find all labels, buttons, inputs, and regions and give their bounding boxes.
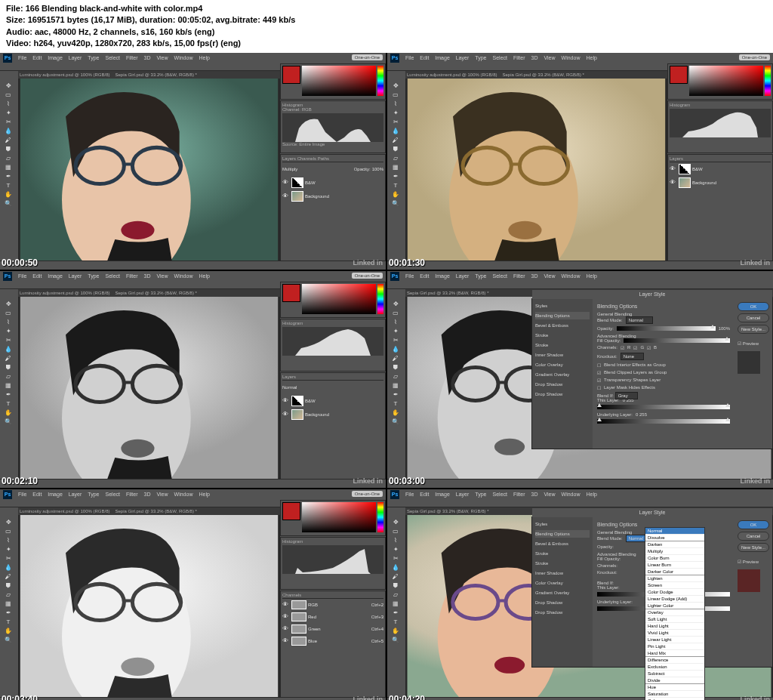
portrait-image-bw [18, 297, 280, 479]
brush-tool[interactable]: 🖌 [0, 136, 17, 144]
histogram-chart [282, 113, 383, 142]
layer-thumb [291, 191, 303, 202]
pen-tool[interactable]: ✒ [0, 172, 17, 180]
timestamp: 00:02:10 [2, 476, 38, 486]
svg-point-35 [494, 656, 525, 673]
tool-panel[interactable]: ✥▭⌇✦✂💧🖌⛊▱▦✒T✋🔍 [387, 289, 405, 479]
menu-type[interactable]: Type [88, 55, 99, 60]
eraser-tool[interactable]: ▱ [0, 154, 17, 162]
tab-1[interactable]: Luminosity adjustment.psd @ 100% (RGB/8) [20, 72, 109, 77]
fill-opacity-slider[interactable] [624, 338, 730, 343]
dialog-buttons: OK Cancel New Style... ☑ Preview [735, 299, 772, 449]
timestamp: 00:03:40 [2, 694, 38, 700]
menu-layer[interactable]: Layer [69, 55, 82, 60]
status-bar [0, 261, 386, 270]
tool-panel[interactable]: ✥▭⌇✦✂💧🖌⛊▱▦✒T✋🔍 [0, 507, 18, 697]
tool-panel[interactable]: ✥▭⌇✦✂💧🖌⛊▱▦✒T✋🔍 [387, 507, 405, 697]
lasso-tool[interactable]: ⌇ [0, 100, 17, 108]
canvas[interactable] [18, 515, 280, 697]
photoshop-menubar[interactable]: Ps FileEditImageLayerTypeSelectFilter3DV… [387, 271, 773, 282]
canvas[interactable] [405, 79, 667, 261]
layers-tab[interactable]: Layers [282, 156, 296, 161]
visibility-icon[interactable]: 👁 [282, 179, 290, 186]
marquee-tool[interactable]: ▭ [0, 91, 17, 99]
menu-file[interactable]: File [18, 55, 26, 60]
document-tabs[interactable]: Luminosity adjustment.psd @ 100% (RGB/8)… [405, 71, 667, 79]
stamp-tool[interactable]: ⛊ [0, 145, 17, 153]
layer-background[interactable]: 👁Background [282, 190, 383, 203]
adjustment-thumb [291, 177, 303, 188]
blend-mode-normal[interactable]: Normal [645, 528, 704, 535]
layer-bw[interactable]: 👁B&W [282, 176, 383, 190]
tool-panel[interactable]: ✥▭⌇✦✂💧🖌⛊▱▦✒T✋🔍 [387, 71, 405, 261]
crop-tool[interactable]: ✂ [0, 118, 17, 126]
ls-blending-options[interactable]: Blending Options [535, 312, 590, 319]
channels-panel[interactable]: Channels 👁RGBCtrl+2 👁RedCtrl+3 👁GreenCtr… [280, 591, 386, 700]
cancel-button[interactable]: Cancel [738, 313, 769, 322]
timestamp: 00:01:30 [389, 257, 425, 268]
layers-panel[interactable]: Layers Channels Paths Multiply Opacity:1… [280, 154, 386, 270]
portrait-image-sepia [405, 79, 667, 261]
opacity-slider[interactable] [617, 326, 716, 331]
visibility-icon[interactable]: 👁 [282, 193, 290, 199]
blend-mode-row[interactable]: Multiply Opacity:100% [282, 162, 383, 176]
foreground-color[interactable] [282, 66, 300, 84]
thumbnail-grid: Ps File Edit Image Layer Type Select Fil… [0, 53, 773, 700]
menu-window[interactable]: Window [174, 55, 193, 60]
svg-point-5 [121, 220, 154, 239]
timestamp: 00:00:50 [2, 257, 38, 268]
cancel-button[interactable]: Cancel [738, 532, 769, 541]
svg-point-23 [494, 438, 525, 455]
ls-styles[interactable]: Styles [535, 302, 590, 310]
eyedropper-tool[interactable]: 💧 [0, 127, 17, 135]
canvas[interactable] [18, 297, 280, 479]
blend-mode-dropdown[interactable]: Normal [626, 316, 653, 324]
tool-panel[interactable]: ✥ ▭ ⌇ ✦ ✂ 💧 🖌 ⛊ ▱ ▦ ✒ T ✋ 🔍 [0, 71, 18, 261]
thumbnail-2: Ps FileEditImageLayerTypeSelectFilter3DV… [387, 53, 773, 270]
layer-style-dialog[interactable]: Layer Style Styles Blending Options Beve… [531, 298, 773, 449]
menu-filter[interactable]: Filter [126, 55, 138, 60]
menu-help[interactable]: Help [199, 55, 209, 60]
photoshop-menubar[interactable]: Ps FileEditImageLayerTypeSelectFilter3DV… [387, 53, 773, 63]
color-panel[interactable] [667, 63, 773, 100]
photoshop-menubar[interactable]: Ps File Edit Image Layer Type Select Fil… [0, 53, 386, 63]
channel-blue[interactable]: 👁BlueCtrl+5 [282, 635, 383, 647]
wand-tool[interactable]: ✦ [0, 109, 17, 117]
menu-select[interactable]: Select [106, 55, 120, 60]
type-tool[interactable]: T [0, 181, 17, 190]
gradient-tool[interactable]: ▦ [0, 163, 17, 171]
this-layer-slider[interactable] [597, 405, 730, 409]
menu-edit[interactable]: Edit [32, 55, 42, 60]
underlying-slider[interactable] [597, 419, 730, 424]
menu-image[interactable]: Image [48, 55, 62, 60]
photoshop-menubar[interactable]: Ps FileEditImageLayerTypeSelectFilter3DV… [0, 271, 386, 282]
channel-green[interactable]: 👁GreenCtrl+4 [282, 623, 383, 635]
tab-2[interactable]: Sepia Girl.psd @ 33.2% (B&W, RGB/8) * [115, 72, 196, 77]
photoshop-menubar[interactable]: Ps FileEditImageLayerTypeSelectFilter3DV… [0, 489, 386, 500]
paths-tab[interactable]: Paths [318, 156, 329, 161]
channels-tab[interactable]: Channels [297, 156, 316, 161]
blend-mode-dropdown-list[interactable]: Normal Dissolve Darken Multiply Color Bu… [645, 527, 705, 700]
canvas[interactable] [18, 79, 280, 261]
new-style-button[interactable]: New Style... [738, 325, 769, 334]
tool-panel[interactable]: ✥▭⌇✦✂💧🖌⛊▱▦✒T✋🔍 [0, 289, 18, 479]
channel-rgb[interactable]: 👁RGBCtrl+2 [282, 599, 383, 611]
workspace-badge[interactable]: One-on-One [739, 54, 770, 60]
layers-panel[interactable]: Layers 👁B&W 👁Background [667, 154, 773, 270]
document-tabs[interactable]: Luminosity adjustment.psd @ 100% (RGB/8)… [18, 71, 280, 79]
workspace-badge[interactable]: One-on-One [352, 54, 383, 60]
photoshop-menubar[interactable]: Ps FileEditImageLayerTypeSelectFilter3DV… [387, 489, 773, 500]
channel-red[interactable]: 👁RedCtrl+3 [282, 611, 383, 623]
color-picker-area[interactable] [302, 66, 376, 96]
color-panel[interactable] [280, 63, 386, 100]
zoom-tool[interactable]: 🔍 [0, 199, 17, 208]
ok-button[interactable]: OK [738, 520, 769, 529]
video-line: Video: h264, yuv420p, 1280x720, 283 kb/s… [6, 38, 767, 49]
dialog-sidebar: Styles Blending Options Bevel & Emboss S… [532, 299, 593, 449]
menu-3d[interactable]: 3D [144, 55, 151, 60]
hue-slider[interactable] [377, 66, 383, 96]
ok-button[interactable]: OK [738, 302, 769, 311]
hand-tool[interactable]: ✋ [0, 190, 17, 199]
move-tool[interactable]: ✥ [0, 82, 17, 90]
menu-view[interactable]: View [157, 55, 168, 60]
